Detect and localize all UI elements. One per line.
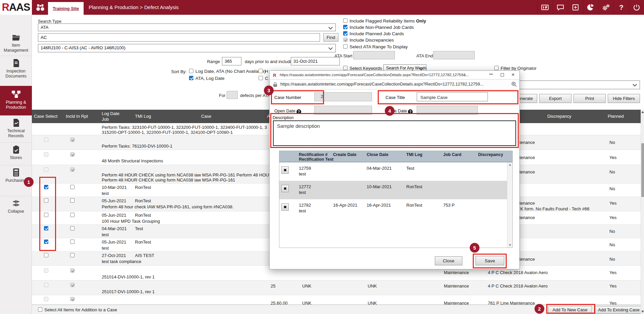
sidebar-item-item-management[interactable]: Item Management [0, 31, 32, 55]
filter-option-text: Include Non-Planned Job Cards [350, 25, 414, 30]
header-incld-in-rpt: Incld In Rpt [66, 114, 88, 119]
case-select-checkbox[interactable] [44, 226, 48, 230]
scroll-up-arrow[interactable] [509, 164, 511, 166]
discrepancy-link[interactable]: 4 P C Check 2018 Avalon Aero [488, 270, 548, 275]
find-button[interactable]: Find [323, 33, 338, 42]
delete-rectification-button[interactable]: ✖ [281, 185, 289, 192]
tmi-log-link[interactable]: RonTest [406, 203, 422, 208]
chat-icon[interactable] [552, 0, 567, 15]
sort-hidden-c-checkbox[interactable] [259, 76, 263, 80]
incld-in-rpt-checkbox[interactable] [70, 185, 75, 189]
popup-address-bar[interactable]: https://raasais.aviationintertec.com/app… [270, 80, 519, 90]
maximize-icon[interactable] [497, 71, 508, 79]
filter-option-text: Include Flagged Reliability Items [350, 18, 416, 23]
description-textarea[interactable]: Sample description [273, 120, 516, 146]
close-button[interactable]: Close [435, 256, 462, 265]
filter-option-checkbox[interactable] [343, 44, 348, 49]
case-select-checkbox[interactable] [44, 240, 48, 244]
power-icon[interactable] [629, 0, 644, 15]
case-select-checkbox[interactable] [44, 253, 48, 257]
filter-option-checkbox[interactable] [343, 18, 348, 23]
incld-in-rpt-checkbox[interactable] [70, 226, 75, 230]
sort-logdate-ata-checkbox[interactable] [189, 69, 193, 73]
id-card-icon[interactable] [537, 0, 552, 15]
ata-start-input [353, 51, 395, 59]
tmi-log-link[interactable]: AIS TEST [135, 253, 154, 258]
sort-hidden-h-checkbox[interactable] [259, 69, 263, 73]
range-input[interactable] [222, 57, 241, 65]
filter-option-checkbox[interactable] [343, 25, 348, 29]
tmi-log-link[interactable]: RonTest [135, 198, 151, 203]
scroll-down-arrow[interactable] [509, 244, 511, 246]
hide-filters-button[interactable]: Hide Filters [608, 94, 640, 103]
sidebar-collapse-button[interactable]: Collapse [0, 196, 32, 219]
job-text: test [102, 232, 109, 237]
add-to-new-case-button[interactable]: Add To New Case [548, 306, 592, 314]
case-select-checkbox[interactable] [44, 185, 48, 189]
range-date-input[interactable] [291, 57, 340, 65]
select-all-checkbox[interactable] [38, 307, 42, 312]
raas-favicon: R [272, 72, 277, 78]
filter-option-checkbox[interactable] [343, 31, 348, 36]
pie-chart-icon[interactable] [583, 0, 598, 15]
tmi-log-link[interactable]: RonTest [406, 184, 422, 189]
scroll-thumb[interactable] [641, 143, 644, 197]
incld-in-rpt-checkbox[interactable] [70, 253, 75, 257]
incld-in-rpt-checkbox[interactable] [70, 198, 75, 203]
search-input[interactable] [38, 33, 320, 42]
zoom-page-icon[interactable] [511, 82, 517, 88]
scroll-up-arrow[interactable] [641, 111, 644, 113]
sort-ata-logdate-checkbox[interactable] [189, 76, 193, 80]
export-button[interactable]: Export [539, 94, 571, 103]
tmi-log-link[interactable]: RonTest [135, 213, 151, 218]
defects-per-ata-input [227, 91, 238, 99]
tmi-log-link[interactable]: RonTest [135, 240, 151, 245]
incld-in-rpt-checkbox [70, 152, 75, 157]
discrepancy-link[interactable]: 4 P C Check 2018 Avalon Aero [488, 283, 548, 289]
log-date: 05-Jun-2021 [102, 198, 126, 203]
sidebar-item-technical-records[interactable]: Technical Records [0, 115, 32, 142]
save-button[interactable]: Save [475, 256, 504, 265]
filter-option-text: Include Discrepancies [350, 38, 394, 43]
rectification-table-body: ✖12759test04-Mar-2021Test✖12772test10-Ma… [279, 162, 507, 218]
case-select-checkbox[interactable] [44, 198, 48, 203]
close-window-icon[interactable]: × [507, 71, 519, 79]
tmi-log-link[interactable]: Test [135, 226, 143, 231]
incld-in-rpt-checkbox[interactable] [70, 213, 75, 217]
minimize-icon[interactable] [485, 71, 497, 79]
tmi-log-link[interactable]: RonTest [135, 185, 151, 190]
footer-bar: Select All Items for Addition to a Case … [32, 305, 644, 314]
sidebar-item-planning-production[interactable]: Planning & Production [0, 86, 32, 115]
add-icon[interactable] [568, 0, 583, 15]
rectification-number: 12759 [299, 166, 311, 171]
search-type-select[interactable]: ATA [38, 23, 336, 31]
popup-title-bar[interactable]: R https://raasais.aviationintertec.com/a… [270, 71, 519, 80]
sidebar-item-inspection-documents[interactable]: Inspection Documents [0, 56, 32, 85]
job-card-link[interactable]: 753 P [443, 203, 455, 208]
rectification-table-header: Rectification # Rectification Text Creat… [279, 151, 512, 162]
sidebar-item-stores[interactable]: Stores [0, 142, 32, 164]
delete-rectification-button[interactable]: ✖ [281, 166, 289, 174]
case-select-checkbox[interactable] [44, 213, 48, 217]
case-title-input[interactable] [417, 92, 488, 101]
help-icon[interactable]: ? [408, 109, 413, 114]
select-keywords-checkbox[interactable] [343, 66, 348, 70]
sidebar-item-purchasing[interactable]: Purchasing [0, 165, 32, 187]
main-vertical-scrollbar[interactable] [641, 110, 644, 314]
print-button[interactable]: Print [573, 94, 606, 103]
aircraft-select[interactable]: 146RJ100 - C-AIS3 (AC - AVRO 146RJ100) [38, 44, 336, 52]
job-text: test [102, 246, 109, 251]
tmi-log-link[interactable]: Test [406, 166, 414, 171]
delete-rectification-button[interactable]: ✖ [281, 203, 289, 211]
incld-in-rpt-checkbox[interactable] [70, 240, 75, 244]
settings-icon[interactable] [598, 0, 613, 15]
incld-in-rpt-checkbox [70, 297, 75, 301]
filter-originator-checkbox[interactable] [494, 66, 499, 70]
rect-table-scrollbar[interactable] [507, 162, 512, 248]
breadcrumb: Planning & Production > Defect Analysis [89, 4, 179, 10]
help-icon[interactable]: ? [296, 109, 301, 114]
help-icon[interactable]: ? [613, 0, 629, 15]
tab-training-site[interactable]: Training Site [48, 2, 84, 15]
scroll-down-arrow[interactable] [641, 311, 644, 313]
add-to-existing-case-button[interactable]: Add To Existing Case [594, 306, 644, 314]
